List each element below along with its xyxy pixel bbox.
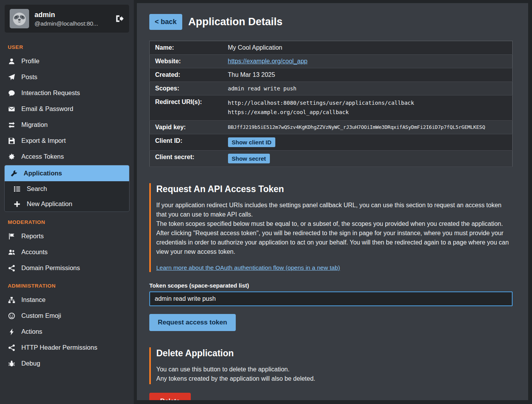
sidebar-item-label: Migration (21, 121, 48, 128)
sidebar-item-label: Export & Import (21, 137, 66, 144)
user-name: admin (35, 11, 98, 19)
user-meta: admin @admin@localhost:80... (35, 11, 98, 27)
sidebar-item-export-import[interactable]: Export & Import (0, 133, 134, 149)
row-label: Client secret: (150, 150, 223, 166)
sidebar-item-label: Custom Emoji (21, 312, 61, 319)
sidebar-item-applications-search[interactable]: Search (5, 181, 129, 196)
user-card[interactable]: admin @admin@localhost:80... (5, 5, 129, 33)
share-nodes-icon (8, 344, 16, 351)
redirect-uri: http://localhost:8080/settings/user/appl… (228, 99, 507, 108)
sidebar-item-posts[interactable]: Posts (0, 69, 134, 85)
section-label-administration: ADMINISTRATION (0, 276, 134, 292)
floppy-disk-icon (8, 137, 16, 144)
sitemap-icon (8, 296, 16, 303)
row-value: My Cool Application (223, 41, 513, 55)
row-label: Name: (150, 41, 223, 55)
sidebar-item-applications[interactable]: Applications (5, 165, 129, 181)
sloth-avatar-image (10, 9, 29, 28)
user-handle: @admin@localhost:80... (35, 20, 98, 27)
show-secret-button[interactable]: Show secret (228, 154, 270, 163)
table-row-created: Created: Thu Mar 13 2025 (150, 68, 513, 82)
bug-icon (8, 360, 16, 367)
show-client-id-button[interactable]: Show client ID (228, 137, 276, 147)
delete-paragraph: You can use this button to delete the ap… (156, 365, 513, 374)
row-value: Thu Mar 13 2025 (223, 68, 513, 82)
token-scopes-field: Token scopes (space-separated list) (149, 282, 513, 306)
redirect-uri: https://example.org/cool_app/callback (228, 108, 507, 117)
sidebar-item-new-application[interactable]: New Application (5, 196, 129, 212)
table-row-website: Website: https://example.org/cool_app (150, 55, 513, 68)
share-nodes-icon (8, 265, 16, 272)
avatar (10, 9, 29, 28)
sidebar-item-accounts[interactable]: Accounts (0, 244, 134, 260)
sidebar-item-instance[interactable]: Instance (0, 292, 134, 308)
comment-icon (8, 90, 16, 97)
row-value: BBJffJ219b5iE512m7wQSzv4KgKDhgZZVzNyWC_r… (223, 120, 513, 134)
sidebar-item-domain-permissions[interactable]: Domain Permissions (0, 260, 134, 276)
sidebar-item-debug[interactable]: Debug (0, 355, 134, 371)
sidebar-item-reports[interactable]: Reports (0, 228, 134, 244)
sidebar-item-label: New Application (27, 200, 72, 208)
sidebar-item-http-header-permissions[interactable]: HTTP Header Permissions (0, 340, 134, 355)
bolt-icon (8, 328, 16, 335)
page-title: Application Details (188, 16, 283, 28)
sidebar-item-label: HTTP Header Permissions (21, 344, 97, 351)
sidebar-item-actions[interactable]: Actions (0, 324, 134, 340)
table-row-vapid-key: Vapid key: BBJffJ219b5iE512m7wQSzv4KgKDh… (150, 120, 513, 134)
row-label: Vapid key: (150, 120, 223, 134)
sidebar-item-custom-emoji[interactable]: Custom Emoji (0, 308, 134, 324)
paper-plane-icon (8, 74, 16, 81)
application-details-table: Name: My Cool Application Website: https… (149, 41, 513, 167)
token-scopes-input[interactable] (149, 291, 513, 306)
back-button[interactable]: < back (149, 14, 182, 30)
sidebar-item-label: Debug (21, 360, 40, 367)
row-value: admin read write push (223, 82, 513, 95)
website-link[interactable]: https://example.org/cool_app (228, 58, 307, 64)
token-scopes-label: Token scopes (space-separated list) (149, 282, 513, 289)
table-row-client-secret: Client secret: Show secret (150, 150, 513, 166)
delete-application-heading: Delete Application (156, 348, 513, 359)
request-access-token-button[interactable]: Request access token (149, 314, 236, 331)
logout-icon[interactable] (115, 15, 124, 23)
sidebar-item-label: Profile (21, 57, 40, 65)
delete-button[interactable]: Delete (149, 393, 191, 400)
sidebar-item-label: Email & Password (21, 105, 73, 113)
request-token-paragraph: After clicking "Request access token", y… (156, 229, 513, 257)
sidebar-item-label: Search (27, 185, 47, 192)
user-icon (8, 58, 16, 65)
sidebar-item-label: Accounts (21, 248, 48, 256)
sidebar-item-profile[interactable]: Profile (0, 53, 134, 69)
sidebar-item-label: Instance (21, 296, 45, 303)
certificate-icon (8, 153, 16, 160)
sidebar-item-email-password[interactable]: Email & Password (0, 101, 134, 117)
table-row-name: Name: My Cool Application (150, 41, 513, 55)
sidebar: admin @admin@localhost:80... USER Profil… (0, 0, 134, 404)
sidebar-item-interaction-requests[interactable]: Interaction Requests (0, 85, 134, 101)
section-label-moderation: MODERATION (0, 212, 134, 228)
row-label: Redirect URI(s): (150, 95, 223, 121)
row-label: Client ID: (150, 134, 223, 150)
oauth-docs-link[interactable]: Learn more about the OAuth authenticatio… (156, 264, 340, 271)
sidebar-item-label: Interaction Requests (21, 89, 80, 97)
applications-submenu: Search New Application (5, 181, 129, 212)
delete-application-section: Delete Application You can use this butt… (149, 347, 513, 384)
request-token-heading: Request An API Access Token (156, 184, 513, 194)
sidebar-item-migration[interactable]: Migration (0, 117, 134, 133)
delete-paragraph: Any tokens created by the application wi… (156, 374, 513, 383)
sidebar-item-access-tokens[interactable]: Access Tokens (0, 149, 134, 165)
section-label-user: USER (0, 37, 134, 53)
sidebar-item-label: Posts (21, 73, 37, 81)
row-label: Created: (150, 68, 223, 82)
flag-icon (8, 233, 16, 240)
main-panel: < back Application Details Name: My Cool… (137, 3, 528, 400)
page-header: < back Application Details (149, 14, 513, 30)
table-row-client-id: Client ID: Show client ID (150, 134, 513, 150)
request-token-paragraph: If your application redirect URIs includ… (156, 201, 513, 219)
exchange-arrows-icon (8, 121, 16, 128)
row-label: Website: (150, 55, 223, 68)
wrench-icon (10, 170, 18, 177)
sidebar-item-label: Domain Permissions (21, 264, 80, 272)
table-row-redirect-uris: Redirect URI(s): http://localhost:8080/s… (150, 95, 513, 121)
request-token-paragraph: The token scopes specified below must be… (156, 219, 513, 229)
plus-icon (13, 201, 21, 208)
